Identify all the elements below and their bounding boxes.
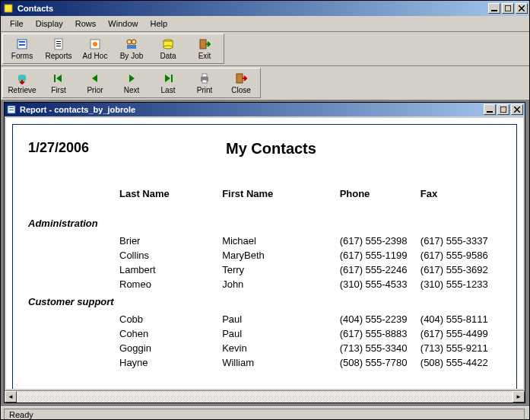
adhoc-label: Ad Hoc	[83, 52, 108, 60]
cell-fax: (617) 555-3337	[421, 235, 501, 247]
menubar: File Display Rows Window Help	[1, 16, 529, 32]
statusbar: Ready	[1, 406, 529, 420]
svg-rect-32	[236, 74, 243, 83]
retrieve-label: Retrieve	[8, 86, 36, 94]
close-tool-icon	[235, 72, 247, 84]
cell-phone: (713) 555-3340	[340, 342, 421, 354]
report-date: 1/27/2006	[28, 140, 226, 158]
svg-point-19	[163, 46, 173, 49]
last-button[interactable]: Last	[150, 69, 186, 97]
table-row: CohenPaul(617) 555-8883(617) 555-4499	[28, 328, 501, 339]
cell-last: Romeo	[119, 278, 222, 290]
close-button[interactable]	[516, 3, 528, 14]
next-label: Next	[124, 86, 140, 94]
menu-file[interactable]: File	[4, 18, 30, 30]
window-title: Contacts	[17, 4, 488, 13]
svg-rect-6	[19, 41, 25, 43]
cell-phone: (617) 555-8883	[340, 328, 421, 339]
svg-point-15	[132, 40, 136, 44]
scroll-left-button[interactable]: ◄	[5, 391, 17, 402]
prior-label: Prior	[87, 86, 103, 94]
menu-rows[interactable]: Rows	[69, 18, 103, 30]
svg-rect-10	[56, 43, 61, 44]
maximize-button[interactable]	[502, 3, 514, 14]
svg-point-14	[127, 40, 132, 44]
adhoc-button[interactable]: Ad Hoc	[77, 35, 113, 62]
cell-fax: (713) 555-9211	[421, 342, 501, 354]
forms-button[interactable]: Forms	[4, 35, 40, 62]
child-close-button[interactable]	[511, 104, 523, 115]
col-header-firstname: First Name	[222, 188, 339, 199]
cell-first: Paul	[222, 313, 339, 325]
cell-first: Paul	[222, 328, 339, 339]
reports-icon	[52, 38, 65, 50]
report-child-window: Report - contacts_by_jobrole 1/27/2006 M…	[4, 102, 525, 403]
close-tool-button[interactable]: Close	[223, 69, 259, 97]
prior-icon	[89, 72, 101, 84]
byjob-button[interactable]: By Job	[113, 35, 150, 62]
report-viewport: 1/27/2006 My Contacts Last Name First Na…	[6, 118, 523, 389]
svg-rect-7	[19, 44, 25, 46]
first-label: First	[51, 86, 65, 94]
svg-rect-16	[127, 45, 136, 49]
close-tool-label: Close	[231, 86, 251, 94]
table-row: RomeoJohn(310) 555-4533(310) 555-1233	[28, 278, 501, 290]
scroll-right-button[interactable]: ►	[513, 391, 525, 402]
next-icon	[125, 72, 138, 84]
print-icon	[198, 72, 211, 84]
next-button[interactable]: Next	[113, 69, 150, 97]
table-row: CollinsMaryBeth(617) 555-1199(617) 555-9…	[28, 250, 501, 261]
table-row: LambertTerry(617) 555-2246(617) 555-3692	[28, 264, 501, 275]
svg-marker-26	[129, 75, 135, 82]
data-button[interactable]: Data	[150, 35, 186, 62]
exit-icon	[198, 38, 211, 50]
table-row: HayneWilliam(508) 555-7780(508) 555-4422	[28, 357, 501, 368]
col-header-phone: Phone	[340, 188, 421, 199]
cell-fax: (617) 555-9586	[421, 250, 501, 261]
status-text: Ready	[4, 409, 525, 421]
report-page: 1/27/2006 My Contacts Last Name First Na…	[12, 124, 517, 389]
cell-first: MaryBeth	[222, 250, 339, 261]
child-horizontal-scrollbar[interactable]: ◄ ►	[5, 390, 525, 402]
menu-display[interactable]: Display	[30, 18, 69, 30]
reports-button[interactable]: Reports	[40, 35, 77, 62]
prior-button[interactable]: Prior	[77, 69, 113, 97]
svg-rect-20	[200, 40, 206, 49]
cell-fax: (508) 555-4422	[421, 357, 501, 368]
child-minimize-button[interactable]	[484, 104, 496, 115]
data-icon	[162, 38, 174, 50]
cell-last: Hayne	[119, 357, 222, 368]
cell-last: Cohen	[119, 328, 222, 339]
svg-rect-37	[500, 107, 506, 113]
svg-rect-36	[487, 111, 493, 113]
app-icon	[2, 2, 14, 14]
data-label: Data	[160, 52, 176, 60]
col-header-lastname: Last Name	[119, 188, 222, 199]
main-titlebar: Contacts	[1, 1, 529, 16]
first-button[interactable]: First	[40, 69, 77, 97]
table-row: GogginKevin(713) 555-3340(713) 555-9211	[28, 342, 501, 354]
svg-marker-27	[165, 75, 170, 82]
scroll-track[interactable]	[17, 391, 513, 402]
svg-rect-23	[54, 75, 56, 82]
svg-rect-31	[202, 80, 207, 83]
exit-button[interactable]: Exit	[186, 35, 223, 62]
table-row: CobbPaul(404) 555-2239(404) 555-8111	[28, 313, 501, 325]
print-button[interactable]: Print	[186, 69, 223, 97]
menu-help[interactable]: Help	[144, 18, 173, 30]
group-title: Administration	[28, 218, 501, 229]
cell-first: Terry	[222, 264, 339, 275]
retrieve-button[interactable]: Retrieve	[4, 69, 40, 97]
svg-marker-24	[56, 75, 62, 82]
last-label: Last	[161, 86, 176, 94]
toolbar-secondary: Retrieve First Prior Next Last Print Clo…	[1, 66, 529, 100]
child-window-title: Report - contacts_by_jobrole	[20, 105, 484, 114]
menu-window[interactable]: Window	[102, 18, 144, 30]
svg-rect-9	[56, 41, 61, 42]
cell-last: Lambert	[119, 264, 222, 275]
child-maximize-button[interactable]	[497, 104, 509, 115]
minimize-button[interactable]	[488, 3, 500, 14]
cell-phone: (508) 555-7780	[340, 357, 421, 368]
report-title: My Contacts	[226, 140, 316, 158]
byjob-icon	[125, 38, 138, 50]
